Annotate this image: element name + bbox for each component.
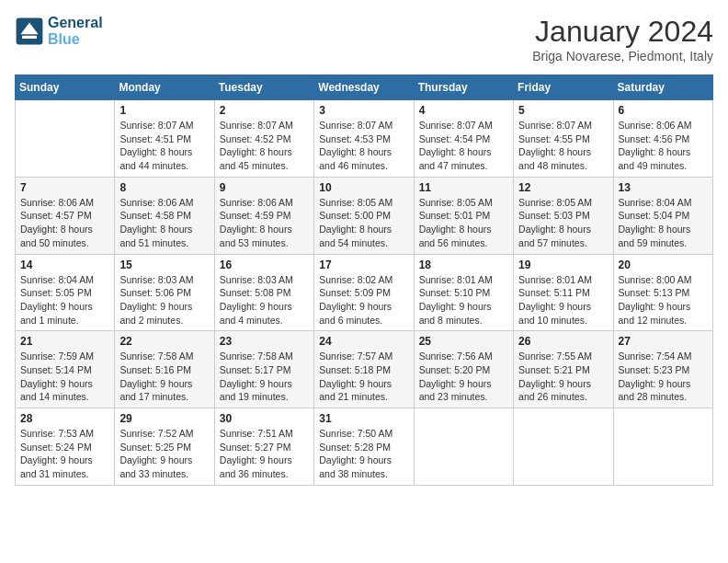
- svg-rect-2: [22, 36, 37, 39]
- day-number: 28: [20, 412, 109, 425]
- day-info: Sunrise: 8:03 AMSunset: 5:08 PMDaylight:…: [220, 273, 309, 327]
- calendar-cell: 6Sunrise: 8:06 AMSunset: 4:56 PMDaylight…: [613, 100, 712, 178]
- weekday-header: Monday: [115, 75, 214, 100]
- calendar-cell: 24Sunrise: 7:57 AMSunset: 5:18 PMDayligh…: [314, 331, 414, 408]
- day-number: 30: [220, 412, 309, 425]
- day-info: Sunrise: 7:57 AMSunset: 5:18 PMDaylight:…: [319, 350, 408, 404]
- day-number: 22: [119, 335, 209, 348]
- day-number: 23: [220, 335, 309, 348]
- day-info: Sunrise: 8:05 AMSunset: 5:03 PMDaylight:…: [518, 196, 608, 250]
- calendar-cell: 9Sunrise: 8:06 AMSunset: 4:59 PMDaylight…: [214, 177, 313, 254]
- day-number: 19: [518, 259, 608, 271]
- day-info: Sunrise: 8:07 AMSunset: 4:54 PMDaylight:…: [419, 119, 508, 173]
- day-info: Sunrise: 8:05 AMSunset: 5:01 PMDaylight:…: [419, 196, 508, 250]
- weekday-header: Saturday: [613, 75, 712, 100]
- calendar-cell: 25Sunrise: 7:56 AMSunset: 5:20 PMDayligh…: [414, 331, 513, 408]
- day-info: Sunrise: 7:58 AMSunset: 5:16 PMDaylight:…: [119, 350, 209, 404]
- calendar-cell: 30Sunrise: 7:51 AMSunset: 5:27 PMDayligh…: [214, 408, 313, 486]
- day-number: 17: [319, 259, 408, 271]
- day-info: Sunrise: 8:05 AMSunset: 5:00 PMDaylight:…: [319, 196, 408, 250]
- day-info: Sunrise: 7:56 AMSunset: 5:20 PMDaylight:…: [419, 350, 508, 404]
- calendar-cell: 29Sunrise: 7:52 AMSunset: 5:25 PMDayligh…: [115, 408, 214, 486]
- day-number: 18: [419, 259, 508, 271]
- calendar-cell: 3Sunrise: 8:07 AMSunset: 4:53 PMDaylight…: [314, 100, 414, 178]
- calendar-week-row: 1Sunrise: 8:07 AMSunset: 4:51 PMDaylight…: [16, 100, 713, 178]
- calendar-table: SundayMondayTuesdayWednesdayThursdayFrid…: [15, 75, 713, 486]
- calendar-cell: 1Sunrise: 8:07 AMSunset: 4:51 PMDaylight…: [115, 100, 214, 178]
- day-info: Sunrise: 7:50 AMSunset: 5:28 PMDaylight:…: [319, 427, 408, 481]
- calendar-week-row: 21Sunrise: 7:59 AMSunset: 5:14 PMDayligh…: [16, 331, 713, 408]
- day-number: 11: [419, 181, 508, 194]
- day-info: Sunrise: 8:07 AMSunset: 4:52 PMDaylight:…: [220, 119, 309, 173]
- day-info: Sunrise: 8:06 AMSunset: 4:59 PMDaylight:…: [220, 196, 309, 250]
- day-info: Sunrise: 8:07 AMSunset: 4:55 PMDaylight:…: [518, 119, 608, 173]
- day-info: Sunrise: 7:51 AMSunset: 5:27 PMDaylight:…: [220, 427, 309, 481]
- day-number: 8: [119, 181, 209, 194]
- day-info: Sunrise: 7:54 AMSunset: 5:23 PMDaylight:…: [619, 350, 708, 404]
- day-number: 29: [119, 412, 209, 425]
- month-title: January 2024: [532, 15, 713, 49]
- weekday-header-row: SundayMondayTuesdayWednesdayThursdayFrid…: [16, 75, 713, 100]
- day-number: 25: [419, 335, 508, 348]
- weekday-header: Friday: [514, 75, 613, 100]
- day-number: 14: [20, 259, 109, 271]
- day-number: 6: [619, 104, 708, 117]
- calendar-cell: 21Sunrise: 7:59 AMSunset: 5:14 PMDayligh…: [16, 331, 115, 408]
- day-info: Sunrise: 8:04 AMSunset: 5:05 PMDaylight:…: [20, 273, 109, 327]
- day-info: Sunrise: 8:07 AMSunset: 4:53 PMDaylight:…: [319, 119, 408, 173]
- title-block: January 2024 Briga Novarese, Piedmont, I…: [532, 15, 713, 63]
- day-info: Sunrise: 7:52 AMSunset: 5:25 PMDaylight:…: [119, 427, 209, 481]
- calendar-cell: 7Sunrise: 8:06 AMSunset: 4:57 PMDaylight…: [16, 177, 115, 254]
- calendar-week-row: 28Sunrise: 7:53 AMSunset: 5:24 PMDayligh…: [16, 408, 713, 486]
- day-number: 1: [119, 104, 209, 117]
- day-info: Sunrise: 8:00 AMSunset: 5:13 PMDaylight:…: [619, 273, 708, 327]
- day-info: Sunrise: 8:03 AMSunset: 5:06 PMDaylight:…: [119, 273, 209, 327]
- logo-icon: [15, 17, 44, 46]
- day-number: 4: [419, 104, 508, 117]
- day-number: 12: [518, 181, 608, 194]
- calendar-cell: 19Sunrise: 8:01 AMSunset: 5:11 PMDayligh…: [514, 254, 613, 331]
- day-info: Sunrise: 8:01 AMSunset: 5:10 PMDaylight:…: [419, 273, 508, 327]
- calendar-cell: 17Sunrise: 8:02 AMSunset: 5:09 PMDayligh…: [314, 254, 414, 331]
- day-info: Sunrise: 7:53 AMSunset: 5:24 PMDaylight:…: [20, 427, 109, 481]
- weekday-header: Thursday: [414, 75, 513, 100]
- calendar-cell: [16, 100, 115, 178]
- calendar-cell: [613, 408, 712, 486]
- calendar-week-row: 7Sunrise: 8:06 AMSunset: 4:57 PMDaylight…: [16, 177, 713, 254]
- day-info: Sunrise: 8:06 AMSunset: 4:58 PMDaylight:…: [119, 196, 209, 250]
- day-info: Sunrise: 8:04 AMSunset: 5:04 PMDaylight:…: [619, 196, 708, 250]
- calendar-week-row: 14Sunrise: 8:04 AMSunset: 5:05 PMDayligh…: [16, 254, 713, 331]
- calendar-cell: 20Sunrise: 8:00 AMSunset: 5:13 PMDayligh…: [613, 254, 712, 331]
- day-number: 27: [619, 335, 708, 348]
- day-number: 7: [20, 181, 109, 194]
- calendar-cell: 5Sunrise: 8:07 AMSunset: 4:55 PMDaylight…: [514, 100, 613, 178]
- day-number: 21: [20, 335, 109, 348]
- logo-text: General Blue: [48, 15, 103, 48]
- day-info: Sunrise: 7:59 AMSunset: 5:14 PMDaylight:…: [20, 350, 109, 404]
- day-number: 15: [119, 259, 209, 271]
- calendar-cell: 31Sunrise: 7:50 AMSunset: 5:28 PMDayligh…: [314, 408, 414, 486]
- day-number: 2: [220, 104, 309, 117]
- logo: General Blue: [15, 15, 103, 48]
- calendar-cell: 26Sunrise: 7:55 AMSunset: 5:21 PMDayligh…: [514, 331, 613, 408]
- calendar-cell: 18Sunrise: 8:01 AMSunset: 5:10 PMDayligh…: [414, 254, 513, 331]
- calendar-cell: 12Sunrise: 8:05 AMSunset: 5:03 PMDayligh…: [514, 177, 613, 254]
- calendar-cell: 28Sunrise: 7:53 AMSunset: 5:24 PMDayligh…: [16, 408, 115, 486]
- day-info: Sunrise: 8:02 AMSunset: 5:09 PMDaylight:…: [319, 273, 408, 327]
- calendar-cell: 4Sunrise: 8:07 AMSunset: 4:54 PMDaylight…: [414, 100, 513, 178]
- day-number: 24: [319, 335, 408, 348]
- day-number: 10: [319, 181, 408, 194]
- day-info: Sunrise: 7:55 AMSunset: 5:21 PMDaylight:…: [518, 350, 608, 404]
- day-number: 26: [518, 335, 608, 348]
- calendar-cell: 22Sunrise: 7:58 AMSunset: 5:16 PMDayligh…: [115, 331, 214, 408]
- day-info: Sunrise: 8:06 AMSunset: 4:56 PMDaylight:…: [619, 119, 708, 173]
- weekday-header: Tuesday: [214, 75, 313, 100]
- calendar-cell: 15Sunrise: 8:03 AMSunset: 5:06 PMDayligh…: [115, 254, 214, 331]
- weekday-header: Sunday: [16, 75, 115, 100]
- calendar-cell: 2Sunrise: 8:07 AMSunset: 4:52 PMDaylight…: [214, 100, 313, 178]
- day-info: Sunrise: 8:06 AMSunset: 4:57 PMDaylight:…: [20, 196, 109, 250]
- location: Briga Novarese, Piedmont, Italy: [532, 49, 713, 63]
- page-header: General Blue January 2024 Briga Novarese…: [15, 15, 713, 63]
- calendar-cell: 10Sunrise: 8:05 AMSunset: 5:00 PMDayligh…: [314, 177, 414, 254]
- calendar-cell: 14Sunrise: 8:04 AMSunset: 5:05 PMDayligh…: [16, 254, 115, 331]
